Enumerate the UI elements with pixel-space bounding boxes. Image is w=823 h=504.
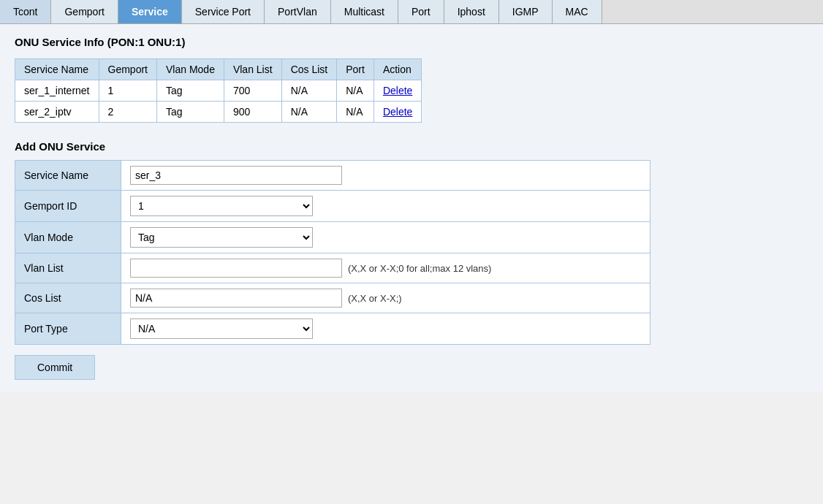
vlan-list-input[interactable] <box>130 259 342 278</box>
col-header-cos-list: Cos List <box>281 59 337 80</box>
cell-port-1: N/A <box>337 80 374 102</box>
col-header-vlan-list: Vlan List <box>224 59 281 80</box>
label-vlan-list: Vlan List <box>15 253 121 283</box>
port-type-select[interactable]: N/A ETH VEIP <box>130 318 313 339</box>
cell-vlan-list-1: 700 <box>224 80 281 102</box>
label-gemport-id: Gemport ID <box>15 191 121 222</box>
cell-vlan-mode-2: Tag <box>156 102 224 123</box>
tab-mac[interactable]: MAC <box>553 0 602 23</box>
tab-igmp[interactable]: IGMP <box>499 0 553 23</box>
form-row-vlan-list: Vlan List (X,X or X-X;0 for all;max 12 v… <box>15 253 651 283</box>
label-service-name: Service Name <box>15 161 121 191</box>
cos-list-hint: (X,X or X-X;) <box>348 293 402 304</box>
tab-portvlan[interactable]: PortVlan <box>265 0 331 23</box>
select-cell-port-type: N/A ETH VEIP <box>121 313 651 345</box>
form-row-service-name: Service Name <box>15 161 651 191</box>
cell-gemport-2: 2 <box>99 102 156 123</box>
form-row-vlan-mode: Vlan Mode Tag Transparent Translation <box>15 222 651 253</box>
col-header-gemport: Gemport <box>99 59 156 80</box>
cell-service-name-2: ser_2_iptv <box>15 102 99 123</box>
label-vlan-mode: Vlan Mode <box>15 222 121 253</box>
cell-cos-list-2: N/A <box>281 102 337 123</box>
input-cell-vlan-list: (X,X or X-X;0 for all;max 12 vlans) <box>121 253 651 283</box>
label-cos-list: Cos List <box>15 283 121 313</box>
cell-action-1: Delete <box>373 80 421 102</box>
col-header-port: Port <box>337 59 374 80</box>
cell-action-2: Delete <box>373 102 421 123</box>
tab-gemport[interactable]: Gemport <box>51 0 118 23</box>
form-row-gemport-id: Gemport ID 1 2 3 4 <box>15 191 651 222</box>
input-cell-service-name <box>121 161 651 191</box>
cell-vlan-mode-1: Tag <box>156 80 224 102</box>
form-container: Service Name Gemport ID 1 2 3 4 <box>15 160 808 345</box>
select-cell-vlan-mode: Tag Transparent Translation <box>121 222 651 253</box>
vlan-list-hint: (X,X or X-X;0 for all;max 12 vlans) <box>348 263 492 274</box>
tab-service[interactable]: Service <box>118 0 182 23</box>
delete-link-1[interactable]: Delete <box>383 85 412 96</box>
tab-serviceport[interactable]: Service Port <box>182 0 265 23</box>
input-cell-cos-list: (X,X or X-X;) <box>121 283 651 313</box>
commit-button[interactable]: Commit <box>15 355 95 380</box>
cell-cos-list-1: N/A <box>281 80 337 102</box>
service-name-input[interactable] <box>130 166 342 185</box>
tab-multicast[interactable]: Multicast <box>331 0 398 23</box>
col-header-service-name: Service Name <box>15 59 99 80</box>
cell-service-name-1: ser_1_internet <box>15 80 99 102</box>
add-section-title: Add ONU Service <box>15 140 808 153</box>
cell-port-2: N/A <box>337 102 374 123</box>
service-info-table: Service Name Gemport Vlan Mode Vlan List… <box>15 58 422 123</box>
label-port-type: Port Type <box>15 313 121 345</box>
cos-list-input[interactable] <box>130 289 342 308</box>
cell-gemport-1: 1 <box>99 80 156 102</box>
delete-link-2[interactable]: Delete <box>383 106 412 118</box>
col-header-vlan-mode: Vlan Mode <box>156 59 224 80</box>
vlan-mode-select[interactable]: Tag Transparent Translation <box>130 227 313 248</box>
tab-bar: Tcont Gemport Service Service Port PortV… <box>0 0 823 24</box>
gemport-id-select[interactable]: 1 2 3 4 <box>130 196 313 216</box>
cell-vlan-list-2: 900 <box>224 102 281 123</box>
tab-tcont[interactable]: Tcont <box>0 0 51 23</box>
tab-port[interactable]: Port <box>398 0 444 23</box>
table-row: ser_2_iptv 2 Tag 900 N/A N/A Delete <box>15 102 422 123</box>
table-row: ser_1_internet 1 Tag 700 N/A N/A Delete <box>15 80 422 102</box>
tab-iphost[interactable]: Iphost <box>444 0 499 23</box>
col-header-action: Action <box>373 59 421 80</box>
select-cell-gemport-id: 1 2 3 4 <box>121 191 651 222</box>
add-service-form: Service Name Gemport ID 1 2 3 4 <box>15 160 651 345</box>
form-row-port-type: Port Type N/A ETH VEIP <box>15 313 651 345</box>
section-title: ONU Service Info (PON:1 ONU:1) <box>15 36 808 48</box>
main-content: ONU Service Info (PON:1 ONU:1) Service N… <box>0 24 823 392</box>
form-row-cos-list: Cos List (X,X or X-X;) <box>15 283 651 313</box>
